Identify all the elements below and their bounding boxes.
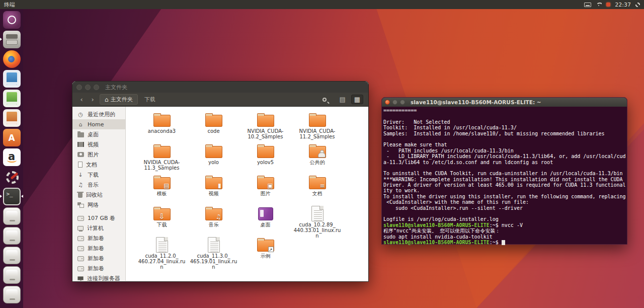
launcher-item-amazon[interactable] [0,147,23,167]
launcher-item-files[interactable] [0,30,23,49]
keyboard-indicator-icon[interactable] [584,3,591,7]
files-titlebar[interactable]: 主文件夹 [72,82,368,93]
network-activity-icon[interactable] [606,3,610,7]
sidebar-item-桌面[interactable]: 桌面 [72,129,125,139]
file-item[interactable]: NVIDIA_CUDA-11.3_Samples [136,143,188,174]
ubuntu-dash-icon [3,11,21,29]
file-label: 模板 [157,191,167,196]
launcher-item-ubuntu-software[interactable] [0,128,23,147]
maximize-icon[interactable] [94,85,99,90]
terminal-line: ***WARNING: Incomplete installation! Thi… [383,177,626,182]
sidebar-item-计算机[interactable]: 计算机 [72,223,125,233]
launcher-item-drive-4[interactable] [0,265,23,285]
maximize-icon[interactable] [400,100,405,105]
file-item[interactable]: yolo [188,143,239,174]
file-item[interactable]: ♫音乐 [188,205,239,237]
drive-4-icon [3,266,21,284]
file-item[interactable]: NVIDIA_CUDA-10.2_Samples [239,112,291,143]
close-icon[interactable] [76,85,82,90]
file-item[interactable]: ≡文档 [291,174,343,205]
sidebar-item-107 GB 卷[interactable]: 107 GB 卷 [72,213,125,223]
sidebar-item-新加卷[interactable]: 新加卷 [72,253,125,263]
file-label: 音乐 [209,222,219,227]
file-label: NVIDIA_CUDA-11.3_Samples [138,160,186,171]
file-item[interactable]: cuda_11.2.0_ 460.27.04_linux.run [136,237,188,268]
sidebar-item-下载[interactable]: ↓下载 [72,170,125,180]
search-icon[interactable] [323,98,327,102]
minimize-icon[interactable] [85,85,91,90]
file-label: 图片 [261,191,271,196]
sidebar-item-label: 新加卷 [88,255,104,262]
launcher-item-drive-5[interactable] [0,285,23,304]
close-icon[interactable] [385,100,390,105]
clock[interactable]: 22:37 [615,2,631,8]
launcher-item-ubuntu-dash[interactable] [0,10,23,30]
sidebar-item-新加卷[interactable]: 新加卷 [72,263,125,273]
list-view-button[interactable]: ▤ [337,95,348,104]
file-item[interactable]: code [188,112,239,143]
sidebar-item-label: 最近使用的 [88,111,115,118]
sidebar-item-新加卷[interactable]: 新加卷 [72,233,125,243]
files-icon [3,31,21,48]
terminal-output[interactable]: =========== Driver: Not SelectedToolkit:… [382,107,627,245]
terminal-line [383,165,626,171]
sidebar-item-Home[interactable]: ⌂Home [72,119,125,129]
sidebar-item-文档[interactable]: 文档 [72,160,125,170]
sidebar-item-最近使用的[interactable]: ◷最近使用的 [72,109,125,119]
sidebar-item-图片[interactable]: 图片 [72,149,125,160]
file-item[interactable]: 公共的 [291,143,343,174]
wifi-icon[interactable] [596,3,602,7]
terminal-line: - PATH includes /usr/local/cuda-11.3/bin [383,148,626,153]
launcher-item-drive-3[interactable] [0,246,23,265]
breadcrumb-downloads[interactable]: 下载 [141,95,159,104]
file-item[interactable]: ▣图片 [239,174,291,205]
file-item[interactable]: ▤模板 [136,174,188,205]
launcher-item-libreoffice-writer[interactable] [0,69,23,89]
disk-icon [77,236,84,241]
monitor-icon [77,276,84,280]
sidebar-item-回收站[interactable]: 回收站 [72,190,125,200]
terminal-titlebar[interactable]: slave110@slave110-B560M-AORUS-ELITE: ~ [382,98,627,107]
launcher-item-drive-1[interactable] [0,206,23,226]
file-item[interactable]: ▮视频 [188,174,239,205]
terminal-line: sudo apt install nvidia-cuda-toolkit [383,234,626,240]
terminal-icon [3,188,21,205]
terminal-line [383,113,626,119]
launcher-item-system-settings[interactable] [0,167,23,187]
launcher-item-terminal[interactable] [0,187,23,206]
breadcrumb-home[interactable]: ⌂ 主文件夹 [100,94,138,105]
file-item[interactable]: cuda_11.3.0_ 465.19.01_linux.run [188,237,239,268]
file-item[interactable]: ↗示例 [239,237,291,268]
sidebar-item-连接到服务器[interactable]: 连接到服务器 [72,273,125,281]
file-item[interactable]: cuda_10.2.89_ 440.33.01_linux.run [291,205,343,237]
terminal-line: 程序"nvcc"尚未安装。 您可以使用以下命令安装： [383,228,626,234]
drive-3-icon [3,247,21,264]
file-item[interactable]: yolov5 [239,143,291,174]
trash-icon [78,193,83,198]
file-item[interactable]: NVIDIA_CUDA-11.2_Samples [291,112,343,143]
terminal-line: ity to work. [383,188,626,193]
sidebar-item-音乐[interactable]: ♫音乐 [72,180,125,190]
launcher-item-libreoffice-impress[interactable] [0,108,23,128]
minimize-icon[interactable] [392,100,397,105]
launcher-item-libreoffice-calc[interactable] [0,89,23,108]
forward-button[interactable]: › [89,96,97,103]
desktop-folder-icon [257,207,275,221]
file-item[interactable]: ⇩下载 [136,205,188,237]
back-button[interactable]: ‹ [77,96,86,103]
folder-icon: ↗ [257,238,275,252]
libreoffice-impress-icon [3,109,21,127]
sidebar-item-网络[interactable]: 网络 [72,200,125,210]
sidebar-item-视频[interactable]: 视频 [72,139,125,149]
sidebar-item-新加卷[interactable]: 新加卷 [72,243,125,253]
launcher-item-firefox[interactable] [0,49,23,69]
files-content: anaconda3codeNVIDIA_CUDA-10.2_SamplesNVI… [126,107,368,281]
file-item[interactable]: anaconda3 [136,112,188,143]
ubuntu-software-icon [3,129,21,146]
run-file-icon [308,207,327,221]
launcher-item-drive-2[interactable] [0,226,23,246]
file-item[interactable]: 桌面 [239,205,291,237]
grid-view-button[interactable]: ▦ [351,95,363,104]
clock-icon: ◷ [77,111,84,118]
session-gear-icon[interactable] [635,3,640,7]
